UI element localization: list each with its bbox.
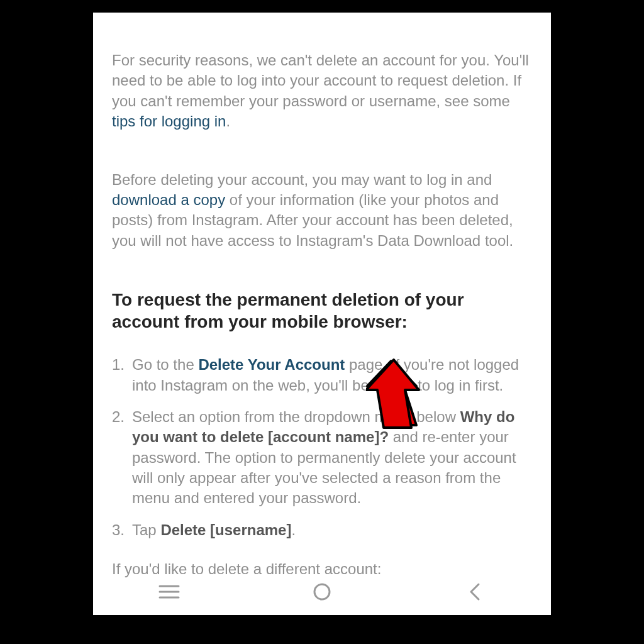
bold-delete-username: Delete [username] (160, 521, 291, 538)
section-heading: To request the permanent deletion of you… (112, 289, 532, 333)
text: For security reasons, we can't delete an… (112, 52, 529, 109)
nav-back-button[interactable] (456, 579, 494, 604)
text: . (226, 113, 230, 130)
nav-recent-button[interactable] (150, 579, 188, 604)
steps-list: Go to the Delete Your Account page. If y… (112, 355, 532, 540)
android-navbar (93, 569, 551, 615)
article-body: For security reasons, we can't delete an… (112, 50, 532, 580)
paragraph-download: Before deleting your account, you may wa… (112, 170, 532, 252)
hamburger-icon (158, 584, 180, 599)
link-download-a-copy[interactable]: download a copy (112, 191, 225, 208)
nav-home-button[interactable] (303, 579, 341, 604)
step-1: Go to the Delete Your Account page. If y… (112, 355, 532, 396)
step-2: Select an option from the dropdown menu … (112, 407, 532, 509)
link-tips-for-logging-in[interactable]: tips for logging in (112, 113, 226, 130)
step-3: Tap Delete [username]. (112, 520, 532, 540)
circle-icon (313, 582, 331, 601)
text: Before deleting your account, you may wa… (112, 171, 492, 188)
link-delete-your-account[interactable]: Delete Your Account (198, 356, 345, 373)
svg-point-3 (314, 584, 330, 599)
text: Tap (132, 521, 160, 538)
paragraph-security: For security reasons, we can't delete an… (112, 50, 532, 132)
help-page: For security reasons, we can't delete an… (93, 13, 551, 615)
text: . (291, 521, 296, 538)
chevron-left-icon (469, 582, 481, 601)
text: Go to the (132, 356, 198, 373)
text: Select an option from the dropdown menu … (132, 408, 460, 425)
